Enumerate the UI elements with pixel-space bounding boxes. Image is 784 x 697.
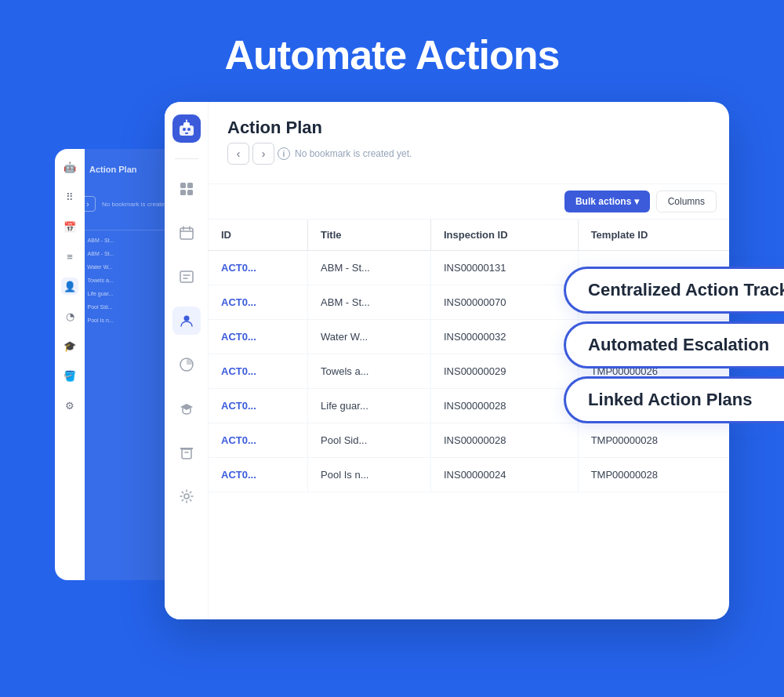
main-container: 🤖 Action Plan ‹ › No bookmark is created… <box>55 102 729 635</box>
cell-id[interactable]: ACT0... <box>209 251 308 285</box>
svg-point-13 <box>183 316 189 321</box>
table-row: ACT0... Water W... INS00000032 <box>209 320 729 354</box>
bg-list-icon: ≡ <box>61 248 78 265</box>
cell-id[interactable]: ACT0... <box>209 354 308 389</box>
svg-rect-1 <box>183 122 190 127</box>
cell-id[interactable]: ACT0... <box>209 320 308 354</box>
sidebar-divider <box>175 158 198 159</box>
sidebar-list-icon[interactable] <box>172 263 201 291</box>
table-row: ACT0... Pool Sid... INS00000028 TMP00000… <box>209 423 729 458</box>
cell-inspection-id: INS00000070 <box>430 285 578 320</box>
bg-row-title: Towels a... <box>88 278 114 283</box>
table-row: ACT0... Towels a... INS00000029 TMP00000… <box>209 354 729 389</box>
cell-template-id: TMP00000026 <box>578 354 729 389</box>
cell-id[interactable]: ACT0... <box>209 458 308 492</box>
sidebar-archive-icon[interactable] <box>172 438 201 466</box>
bg-sidebar: 🤖 ⠿ 📅 ≡ 👤 ◔ 🎓 🪣 ⚙ <box>55 149 85 580</box>
sidebar-settings-icon[interactable] <box>172 482 201 510</box>
svg-rect-10 <box>187 190 193 195</box>
sidebar <box>165 102 209 619</box>
cell-title: Water W... <box>308 320 431 354</box>
columns-button[interactable]: Columns <box>656 191 717 212</box>
svg-point-2 <box>183 128 186 131</box>
info-icon: i <box>278 147 290 160</box>
bg-row-title: ABM - St... <box>88 238 114 243</box>
action-plans-table: ID Title Inspection ID Template ID ACT0.… <box>209 220 729 492</box>
cell-title: ABM - St... <box>308 285 431 320</box>
cell-template-id <box>578 320 729 354</box>
bg-archive-icon: 🪣 <box>61 367 78 384</box>
table-toolbar: Bulk actions ▾ Columns <box>209 184 729 220</box>
bookmark-text: No bookmark is created yet. <box>295 148 412 159</box>
bulk-actions-button[interactable]: Bulk actions ▾ <box>564 191 650 212</box>
bg-logo-icon: 🤖 <box>61 158 78 176</box>
cell-template-id: TMP00000028 <box>578 423 729 458</box>
nav-arrows: ‹ › i No bookmark is created yet. <box>227 143 710 165</box>
cell-id[interactable]: ACT0... <box>209 389 308 423</box>
bg-row-title: Pool Is n... <box>88 318 114 323</box>
cell-id[interactable]: ACT0... <box>209 423 308 458</box>
nav-next-button[interactable]: › <box>252 143 274 165</box>
content-area: Action Plan ‹ › i No bookmark is created… <box>209 102 729 619</box>
table-row: ACT0... Pool Is n... INS00000024 TMP0000… <box>209 458 729 492</box>
content-header: Action Plan ‹ › i No bookmark is created… <box>209 102 729 184</box>
sidebar-chart-icon[interactable] <box>172 350 201 379</box>
cell-id[interactable]: ACT0... <box>209 285 308 320</box>
svg-rect-12 <box>180 271 193 282</box>
cell-template-id: TMP00000065 <box>578 285 729 320</box>
cell-title: Pool Is n... <box>308 458 431 492</box>
nav-prev-button[interactable]: ‹ <box>227 143 249 165</box>
cell-template-id <box>578 251 729 285</box>
bg-grid-icon: ⠿ <box>61 188 78 205</box>
svg-point-15 <box>184 494 189 499</box>
col-id: ID <box>209 220 308 251</box>
cell-title: Pool Sid... <box>308 423 431 458</box>
table-row: ACT0... ABM - St... INS00000131 <box>209 251 729 285</box>
svg-rect-8 <box>187 183 193 188</box>
cell-inspection-id: INS00000029 <box>430 354 578 389</box>
cell-title: ABM - St... <box>308 251 431 285</box>
table-row: ACT0... ABM - St... INS00000070 TMP00000… <box>209 285 729 320</box>
cell-inspection-id: INS00000024 <box>430 458 578 492</box>
bg-row-title: Pool Sid... <box>88 304 113 310</box>
table-container: ID Title Inspection ID Template ID ACT0.… <box>209 220 729 619</box>
bg-settings-icon: ⚙ <box>61 397 78 414</box>
bg-calendar-icon: 📅 <box>61 218 78 235</box>
svg-point-6 <box>186 120 187 122</box>
cell-title: Life guar... <box>308 389 431 423</box>
bg-row-title: Water W... <box>87 264 112 270</box>
bg-user-icon: 👤 <box>61 278 78 295</box>
sidebar-graduation-icon[interactable] <box>172 394 201 423</box>
sidebar-grid-icon[interactable] <box>172 175 201 203</box>
col-title: Title <box>308 220 431 251</box>
cell-title: Towels a... <box>308 354 431 389</box>
svg-rect-11 <box>180 228 193 239</box>
section-title: Action Plan <box>227 118 710 138</box>
bg-row-title: ABM - St... <box>88 251 114 256</box>
page-title: Automate Actions <box>225 31 560 78</box>
table-row: ACT0... Life guar... INS00000028 TMP0000… <box>209 389 729 423</box>
cell-template-id: TMP00000028 <box>578 389 729 423</box>
cell-template-id: TMP00000028 <box>578 458 729 492</box>
cell-inspection-id: INS00000028 <box>430 389 578 423</box>
sidebar-calendar-icon[interactable] <box>172 219 201 247</box>
main-card: Action Plan ‹ › i No bookmark is created… <box>165 102 729 619</box>
svg-rect-9 <box>180 190 186 195</box>
cell-inspection-id: INS00000032 <box>430 320 578 354</box>
col-inspection-id: Inspection ID <box>430 220 578 251</box>
bg-card-title: Action Plan <box>89 165 137 174</box>
cell-inspection-id: INS00000131 <box>430 251 578 285</box>
svg-rect-7 <box>180 183 186 188</box>
cell-inspection-id: INS00000028 <box>430 423 578 458</box>
bg-cap-icon: 🎓 <box>61 337 78 354</box>
app-logo[interactable] <box>172 114 201 143</box>
bg-chart-icon: ◔ <box>61 307 78 325</box>
bookmark-info: i No bookmark is created yet. <box>278 143 412 165</box>
bg-row-title: Life guar... <box>88 291 114 296</box>
col-template-id: Template ID <box>578 220 729 251</box>
svg-rect-4 <box>185 133 188 134</box>
sidebar-user-icon[interactable] <box>172 307 201 335</box>
svg-point-3 <box>187 128 191 131</box>
